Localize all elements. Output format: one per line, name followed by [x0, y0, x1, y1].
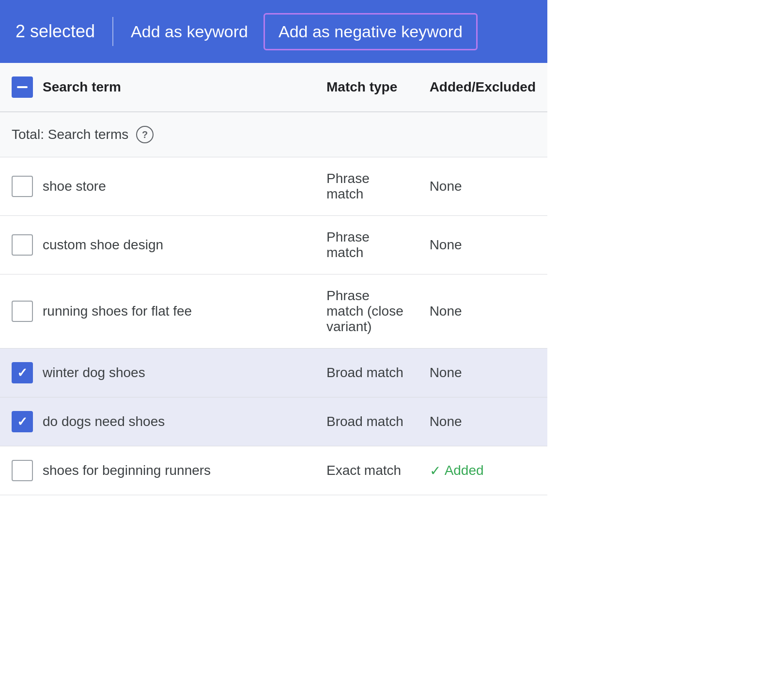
column-header-match-type: Match type [315, 63, 418, 112]
select-all-checkbox[interactable] [12, 76, 33, 98]
add-keyword-button[interactable]: Add as keyword [131, 16, 248, 47]
table-row: custom shoe design Phrase match None [0, 216, 547, 274]
column-header-added-excluded: Added/Excluded [418, 63, 547, 112]
table-row: running shoes for flat fee Phrase match … [0, 274, 547, 349]
header-bar: 2 selected Add as keyword Add as negativ… [0, 0, 547, 63]
row-search-term-cell: running shoes for flat fee [0, 274, 315, 349]
row-checkbox[interactable] [12, 301, 33, 322]
search-terms-table: Search term Match type Added/Excluded To… [0, 63, 547, 495]
column-header-search-term: Search term [0, 63, 315, 111]
row-match-type: Exact match [315, 446, 418, 495]
row-added-excluded: None [418, 216, 547, 274]
row-match-type: Phrase match (close variant) [315, 274, 418, 349]
added-label: Added [445, 463, 484, 478]
total-row: Total: Search terms ? [0, 112, 547, 157]
row-checkbox[interactable] [12, 176, 33, 197]
row-added-excluded: ✓ Added [418, 446, 547, 495]
selected-count: 2 selected [16, 21, 95, 42]
row-match-type: Phrase match [315, 157, 418, 216]
row-added-excluded: None [418, 349, 547, 397]
added-checkmark-icon: ✓ [430, 463, 441, 479]
table-row: winter dog shoes Broad match None [0, 349, 547, 397]
row-search-term-cell: shoes for beginning runners [0, 446, 315, 495]
row-search-term-cell: do dogs need shoes [0, 397, 315, 446]
row-search-term-cell: custom shoe design [0, 216, 315, 274]
row-checkbox[interactable] [12, 411, 33, 432]
row-match-type: Broad match [315, 397, 418, 446]
row-match-type: Broad match [315, 349, 418, 397]
table-row: do dogs need shoes Broad match None [0, 397, 547, 446]
row-added-excluded: None [418, 274, 547, 349]
row-checkbox[interactable] [12, 234, 33, 256]
table-row: shoe store Phrase match None [0, 157, 547, 216]
table-row: shoes for beginning runners Exact match … [0, 446, 547, 495]
help-icon[interactable]: ? [136, 126, 154, 143]
add-negative-keyword-button[interactable]: Add as negative keyword [264, 13, 478, 50]
row-checkbox[interactable] [12, 460, 33, 481]
total-row-added-excluded [418, 112, 547, 157]
total-row-match-type [315, 112, 418, 157]
row-match-type: Phrase match [315, 216, 418, 274]
row-added-excluded: None [418, 397, 547, 446]
row-search-term-cell: shoe store [0, 157, 315, 216]
row-checkbox[interactable] [12, 362, 33, 383]
header-divider [112, 17, 113, 46]
total-row-label: Total: Search terms ? [0, 112, 315, 157]
row-search-term-cell: winter dog shoes [0, 349, 315, 397]
row-added-excluded: None [418, 157, 547, 216]
